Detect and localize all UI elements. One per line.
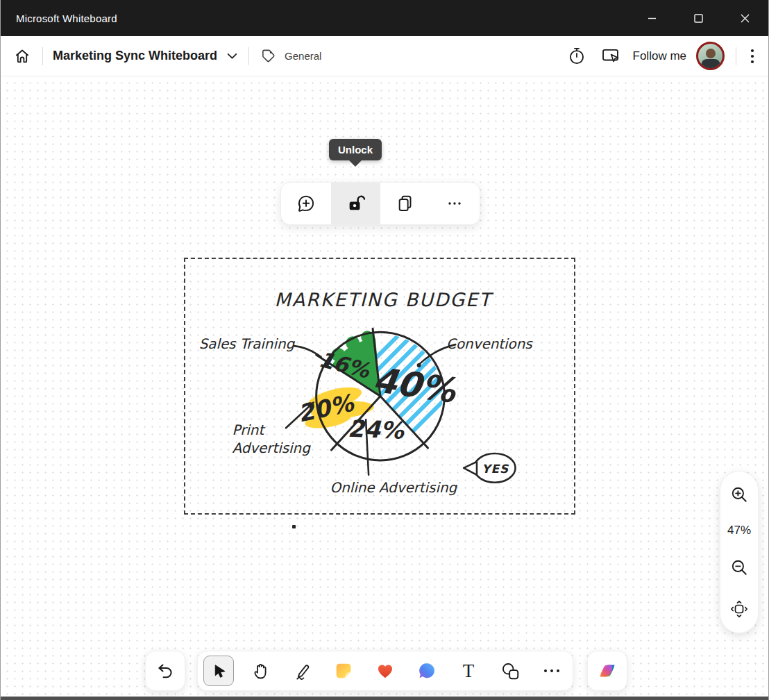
- timer-icon: [568, 47, 586, 65]
- home-icon: [13, 47, 31, 65]
- present-cursor-icon: [601, 47, 620, 65]
- header-divider: [42, 47, 43, 65]
- unlock-icon: [345, 193, 366, 214]
- board-title: Marketing Sync Whiteboard: [53, 49, 217, 63]
- timer-button[interactable]: [565, 44, 589, 68]
- print-advertising-label-line1: Print: [233, 422, 267, 438]
- chat-bubble-icon: [416, 660, 437, 681]
- print-advertising-label-line2: Advertising: [233, 440, 312, 456]
- reaction-tool[interactable]: [364, 651, 406, 690]
- more-options-button[interactable]: [430, 183, 480, 224]
- pan-tool[interactable]: [239, 651, 281, 690]
- yes-annotation: YES: [464, 453, 515, 483]
- header-right-group: Follow me: [565, 42, 757, 70]
- active-tool-highlight: [203, 656, 234, 686]
- copilot-icon: [595, 659, 619, 683]
- copy-button[interactable]: [380, 183, 430, 224]
- title-bar: Microsoft Whiteboard: [1, 0, 768, 36]
- heart-icon: [375, 660, 396, 681]
- undo-button[interactable]: [145, 651, 185, 691]
- selected-drawing[interactable]: MARKETING BUDGET: [184, 258, 575, 515]
- main-toolbar: T: [197, 651, 573, 691]
- copy-icon: [395, 193, 416, 214]
- minimize-icon: [648, 14, 657, 23]
- minimize-button[interactable]: [629, 0, 675, 36]
- maximize-icon: [694, 14, 703, 23]
- more-horizontal-icon: [544, 669, 559, 672]
- sticky-note-icon: [333, 660, 354, 681]
- context-toolbar: [280, 182, 480, 225]
- unlock-tooltip: Unlock: [329, 139, 382, 160]
- app-header: Marketing Sync Whiteboard General: [1, 36, 768, 76]
- select-cursor-icon: [210, 662, 228, 680]
- header-divider-2: [248, 47, 249, 65]
- app-title: Microsoft Whiteboard: [1, 12, 117, 24]
- zoom-in-button[interactable]: [727, 483, 751, 506]
- conventions-value: 40%: [371, 360, 459, 411]
- add-comment-icon: [296, 193, 316, 214]
- more-menu-button[interactable]: [747, 45, 757, 67]
- sketch-title: MARKETING BUDGET: [275, 289, 494, 310]
- avatar[interactable]: [696, 42, 725, 70]
- close-button[interactable]: [722, 0, 768, 36]
- text-tool[interactable]: T: [448, 651, 489, 690]
- fit-to-screen-button[interactable]: [727, 597, 752, 622]
- hand-icon: [251, 661, 270, 681]
- board-menu-button[interactable]: [224, 50, 240, 62]
- conventions-label: Conventions: [446, 336, 533, 352]
- unlock-button[interactable]: [331, 183, 381, 224]
- zoom-panel: 47%: [720, 471, 759, 633]
- comment-tool[interactable]: [406, 651, 448, 690]
- whiteboard-canvas[interactable]: Unlock: [1, 76, 768, 697]
- text-tool-icon: T: [463, 662, 475, 681]
- online-advertising-value: 24%: [347, 415, 405, 444]
- tag-label[interactable]: General: [285, 50, 321, 62]
- fit-to-screen-icon: [729, 599, 749, 619]
- zoom-level[interactable]: 47%: [727, 524, 751, 538]
- sales-training-label: Sales Training: [199, 336, 296, 352]
- more-tools-button[interactable]: [531, 651, 573, 690]
- sticky-note-tool[interactable]: [323, 651, 364, 690]
- home-button[interactable]: [10, 44, 34, 68]
- present-button[interactable]: [598, 44, 623, 67]
- marketing-budget-sketch: MARKETING BUDGET: [185, 259, 574, 514]
- undo-icon: [155, 660, 176, 681]
- follow-me-label[interactable]: Follow me: [633, 49, 686, 63]
- window-controls: [629, 0, 768, 36]
- zoom-in-icon: [730, 485, 748, 503]
- window-bottom-edge: [1, 697, 768, 700]
- online-advertising-label: Online Advertising: [330, 480, 458, 496]
- more-vertical-icon: [750, 48, 754, 65]
- pen-icon: [291, 660, 312, 681]
- select-tool[interactable]: [198, 651, 239, 690]
- more-horizontal-icon: [446, 194, 464, 212]
- loop-tag-button[interactable]: [257, 45, 279, 67]
- header-divider-3: [736, 47, 736, 65]
- tag-icon: [260, 48, 276, 64]
- shapes-tool[interactable]: [489, 651, 531, 690]
- zoom-out-icon: [730, 558, 748, 576]
- shapes-icon: [500, 660, 521, 681]
- yes-text: YES: [482, 462, 509, 476]
- avatar-photo: [706, 49, 716, 58]
- ink-tool[interactable]: [281, 651, 323, 690]
- close-icon: [741, 14, 750, 23]
- stray-ink-dot: [292, 525, 296, 528]
- add-comment-button[interactable]: [281, 183, 331, 224]
- zoom-out-button[interactable]: [727, 556, 751, 579]
- maximize-button[interactable]: [675, 0, 722, 36]
- copilot-button[interactable]: [587, 651, 627, 691]
- chevron-down-icon: [227, 53, 237, 60]
